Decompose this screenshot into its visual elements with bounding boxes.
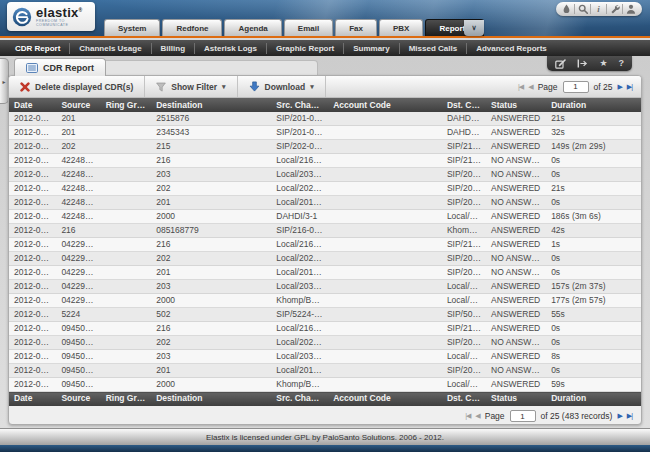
table-row[interactable]: 2012-02-29 17:23:14 094507987 2000 Khomp… [9, 378, 641, 392]
cell-ring-group [101, 196, 152, 210]
table-row[interactable]: 2012-02-29 17:46:23 201 2345343 SIP/201-… [9, 126, 641, 140]
droplet-icon[interactable] [559, 4, 575, 14]
first-page-button[interactable]: |◀ [465, 412, 470, 420]
subnav-item-missed-calls[interactable]: Missed Calls [399, 43, 466, 54]
tools-icon[interactable] [607, 4, 623, 14]
last-page-button[interactable]: ▶| [627, 412, 632, 420]
cell-dst-channel: SIP/201-000009de [442, 196, 486, 210]
subnav-item-cdr-report[interactable]: CDR Report [6, 43, 69, 54]
user-icon[interactable] [623, 4, 639, 14]
first-page-button[interactable]: |◀ [518, 83, 523, 91]
subnav-item-advanced-reports[interactable]: Advanced Reports [466, 43, 556, 54]
main-tabs: System Redfone Agenda Email Fax PBX Repo… [104, 19, 484, 36]
column-header: Destination [151, 392, 271, 406]
page-number-input[interactable] [510, 410, 536, 422]
table-row[interactable]: 2012-02-29 17:45:18 42248000 201 Local/2… [9, 196, 641, 210]
star-icon[interactable]: ★ [599, 59, 607, 68]
table-row[interactable]: 2012-02-29 17:47:03 201 2515876 SIP/201-… [9, 112, 641, 126]
cell-src-channel: Local/216@from-internal-6036;2 [271, 238, 328, 252]
cdr-panel: Delete displayed CDR(s) Show Filter ▾ Do… [8, 75, 642, 425]
table-header-row: DateSourceRing GroupDestinationSrc. Chan… [9, 98, 641, 112]
cell-dst-channel: SIP/202-000009da [442, 252, 486, 266]
page-label: Page [485, 411, 505, 421]
cell-date: 2012-02-29 17:37:33 [9, 266, 56, 280]
tab-fax[interactable]: Fax [335, 19, 377, 36]
show-filter-button[interactable]: Show Filter ▾ [145, 76, 237, 97]
table-row[interactable]: 2012-02-29 17:45:18 42248000 203 Local/2… [9, 168, 641, 182]
table-row[interactable]: 2012-02-29 17:23:54 094507987 202 Local/… [9, 336, 641, 350]
table-row[interactable]: 2012-02-29 17:23:54 094507987 203 Local/… [9, 350, 641, 364]
table-row[interactable]: 2012-02-29 17:45:30 202 215 SIP/202-0000… [9, 140, 641, 154]
tab-redfone[interactable]: Redfone [162, 19, 222, 36]
table-row[interactable]: 2012-02-29 17:42:32 216 085168779 SIP/21… [9, 224, 641, 238]
last-page-button[interactable]: ▶| [627, 83, 632, 91]
table-row[interactable]: 2012-02-29 17:37:33 042296708 201 Local/… [9, 266, 641, 280]
tab-pbx[interactable]: PBX [379, 19, 423, 36]
tab-email[interactable]: Email [284, 19, 333, 36]
next-page-button[interactable]: ▶ [617, 412, 621, 420]
cell-ring-group [101, 168, 152, 182]
cell-source: 5224 [56, 308, 100, 322]
table-row[interactable]: 2012-02-29 17:45:02 42248000 2000 DAHDI/… [9, 210, 641, 224]
tab-overflow-dropdown[interactable]: ∨ [464, 20, 484, 36]
cell-src-channel: Khomp/B0C0-0.0 [271, 378, 328, 392]
prev-page-button[interactable]: ◀ [475, 412, 479, 420]
registered-mark: ® [79, 7, 83, 13]
table-row[interactable]: 2012-02-29 17:37:36 042296708 216 Local/… [9, 238, 641, 252]
subnav-item-summary[interactable]: Summary [343, 43, 398, 54]
arrow-right-icon: ▸ [2, 78, 5, 85]
cell-status: ANSWERED [486, 280, 546, 294]
column-header: Ring Group [101, 98, 152, 112]
cell-duration: 8s [546, 350, 641, 364]
table-body: 2012-02-29 17:47:03 201 2515876 SIP/201-… [9, 112, 641, 392]
collapse-panel-icon[interactable] [577, 59, 588, 68]
tab-agenda[interactable]: Agenda [224, 19, 281, 36]
subnav-item-billing[interactable]: Billing [151, 43, 194, 54]
cell-date: 2012-02-29 17:47:03 [9, 112, 56, 126]
table-row[interactable]: 2012-02-29 17:45:18 42248000 202 Local/2… [9, 182, 641, 196]
cell-status: ANSWERED [486, 378, 546, 392]
table-row[interactable]: 2012-02-29 17:37:33 042296708 202 Local/… [9, 252, 641, 266]
cell-ring-group [101, 336, 152, 350]
cell-account-code [328, 280, 442, 294]
caret-down-icon: ▾ [222, 83, 226, 91]
cell-destination: 203 [151, 350, 271, 364]
table-row[interactable]: 2012-02-29 17:37:28 042296708 2000 Khomp… [9, 294, 641, 308]
download-button[interactable]: Download ▾ [238, 76, 326, 97]
cell-src-channel: Local/216@from-internal-fc03;2 [271, 322, 328, 336]
subnav-item-asterisk-logs[interactable]: Asterisk Logs [194, 43, 266, 54]
content-area: ▸ CDR Report ★ ? Delete displayed CDR(s) [0, 56, 650, 428]
cell-destination: 203 [151, 280, 271, 294]
table-row[interactable]: 2012-02-29 17:23:56 094507987 216 Local/… [9, 322, 641, 336]
list-icon [26, 63, 38, 73]
cell-ring-group [101, 322, 152, 336]
cell-dst-channel: SIP/216-000009e0 [442, 154, 486, 168]
table-row[interactable]: 2012-02-29 17:45:21 42248000 216 Local/2… [9, 154, 641, 168]
cell-account-code [328, 126, 442, 140]
search-icon[interactable] [575, 4, 591, 14]
cell-account-code [328, 140, 442, 154]
cdr-report-tab[interactable]: CDR Report [14, 58, 106, 76]
next-page-button[interactable]: ▶ [617, 83, 621, 91]
tab-system[interactable]: System [104, 19, 160, 36]
cell-status: NO ANSWER [486, 196, 546, 210]
compose-icon[interactable] [555, 59, 566, 69]
subnav-item-graphic-report[interactable]: Graphic Report [266, 43, 343, 54]
cell-ring-group [101, 350, 152, 364]
cell-ring-group [101, 252, 152, 266]
column-header: Duration [546, 392, 641, 406]
brand-logo[interactable]: elastix® FREEDOM TO COMMUNICATE [7, 2, 95, 31]
table-row[interactable]: 2012-02-29 17:37:33 042296708 203 Local/… [9, 280, 641, 294]
subnav-item-channels-usage[interactable]: Channels Usage [69, 43, 150, 54]
help-icon[interactable]: ? [619, 59, 625, 68]
cell-ring-group [101, 294, 152, 308]
delete-cdrs-button[interactable]: Delete displayed CDR(s) [9, 76, 145, 97]
page-number-input[interactable] [563, 81, 589, 93]
table-row[interactable]: 2012-02-29 17:23:54 094507987 201 Local/… [9, 364, 641, 378]
prev-page-button[interactable]: ◀ [528, 83, 532, 91]
column-header: Date [9, 98, 56, 112]
cell-duration: 42s [546, 224, 641, 238]
table-row[interactable]: 2012-02-29 17:33:57 5224 502 SIP/5224-00… [9, 308, 641, 322]
chevron-down-icon: ∨ [471, 24, 476, 32]
info-icon[interactable]: i [591, 4, 607, 14]
